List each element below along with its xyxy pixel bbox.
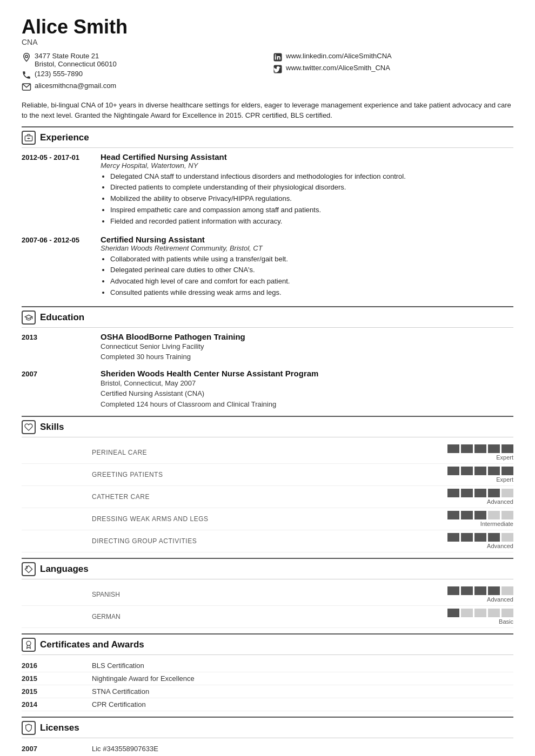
experience-bullet: Consulted patients while dressing weak a… — [110, 287, 513, 299]
skill-bar — [474, 467, 486, 475]
phone-icon — [22, 70, 31, 80]
experience-bullets: Collaborated with patients while using a… — [101, 254, 513, 299]
contact-grid: 3477 State Route 21 Bristol, Connecticut… — [22, 52, 513, 93]
education-title: OSHA BloodBorne Pathogen Training — [101, 332, 513, 341]
address-item: 3477 State Route 21 Bristol, Connecticut… — [22, 52, 262, 68]
education-section-header: Education — [22, 306, 513, 328]
skill-bar — [488, 489, 500, 497]
experience-bullet: Directed patients to complete understand… — [110, 182, 513, 193]
certificate-year: 2015 — [22, 674, 92, 683]
skill-bar — [474, 444, 486, 453]
certificates-section-title: Certificates and Awards — [40, 639, 144, 650]
license-name: Lic #343558907633E — [92, 745, 513, 753]
certificate-entry: 2014 CPR Certification — [22, 698, 513, 711]
experience-section-title: Experience — [40, 132, 89, 143]
education-line: Connecticut Senior Living Facility — [101, 341, 513, 352]
phone-item: (123) 555-7890 — [22, 70, 262, 80]
skill-bar — [447, 489, 459, 497]
experience-bullet: Collaborated with patients while using a… — [110, 254, 513, 265]
skill-entry: PERINEAL CARE Expert — [22, 442, 513, 464]
licenses-icon — [22, 721, 36, 735]
skill-bar — [447, 444, 459, 453]
skill-bars — [447, 533, 513, 542]
skill-bar — [474, 489, 486, 497]
skill-bar — [447, 533, 459, 542]
experience-bullet: Mobilized the ability to observe Privacy… — [110, 193, 513, 205]
education-year: 2013 — [22, 332, 92, 362]
education-list: 2013 OSHA BloodBorne Pathogen Training C… — [22, 332, 513, 410]
certificate-entry: 2015 STNA Certification — [22, 685, 513, 698]
skill-right: Expert — [447, 444, 513, 461]
linkedin-item: www.linkedin.com/AliceSmithCNA — [273, 52, 513, 62]
licenses-section-title: Licenses — [40, 723, 79, 733]
licenses-section-header: Licenses — [22, 717, 513, 738]
skill-right: Intermediate — [447, 511, 513, 527]
experience-bullet: Advocated high level of care and comfort… — [110, 276, 513, 287]
certificate-entry: 2015 Nightingale Award for Excellence — [22, 672, 513, 685]
certificate-name: CPR Certification — [92, 700, 513, 708]
license-year: 2007 — [22, 745, 92, 753]
skill-level: Expert — [496, 476, 513, 483]
candidate-name: Alice Smith — [22, 16, 513, 38]
skill-bars — [447, 489, 513, 497]
svg-rect-3 — [275, 56, 276, 59]
language-name: GERMAN — [92, 613, 121, 620]
address-line2: Bristol, Connecticut 06010 — [35, 60, 117, 68]
skill-entry: GREETING PATIENTS Expert — [22, 464, 513, 486]
certificate-name: Nightingale Award for Excellence — [92, 674, 513, 683]
skill-name: GREETING PATIENTS — [92, 471, 163, 478]
skill-bar — [447, 467, 459, 475]
skill-entry: DIRECTING GROUP ACTIVITIES Advanced — [22, 530, 513, 552]
lang-bar — [488, 609, 500, 617]
certificate-year: 2015 — [22, 687, 92, 696]
education-line: Completed 124 hours of Classroom and Cli… — [101, 399, 513, 410]
experience-content: Head Certified Nursing Assistant Mercy H… — [101, 152, 513, 227]
phone-text: (123) 555-7890 — [35, 70, 83, 78]
skill-bar — [488, 444, 500, 453]
certificate-name: BLS Certification — [92, 662, 513, 670]
skill-level: Expert — [496, 454, 513, 461]
education-section-title: Education — [40, 312, 84, 323]
lang-bar — [447, 609, 459, 617]
skills-icon — [22, 420, 36, 434]
skill-bar — [461, 467, 473, 475]
skill-level: Advanced — [487, 543, 513, 549]
summary-text: Reliable, bi-lingual CNA of 10+ years in… — [22, 100, 513, 121]
lang-bar — [461, 609, 473, 617]
languages-section-header: Languages — [22, 558, 513, 579]
skill-bar — [488, 533, 500, 542]
experience-company: Mercy Hospital, Watertown, NY — [101, 161, 513, 170]
language-right: Advanced — [447, 586, 513, 603]
education-content: OSHA BloodBorne Pathogen Training Connec… — [101, 332, 513, 362]
address-line1: 3477 State Route 21 — [35, 52, 117, 60]
email-text: alicesmithcna@gmail.com — [35, 82, 116, 90]
education-year: 2007 — [22, 369, 92, 410]
skill-bar — [461, 444, 473, 453]
experience-list: 2012-05 - 2017-01 Head Certified Nursing… — [22, 152, 513, 299]
experience-bullet: Delegated perineal care duties to other … — [110, 265, 513, 276]
linkedin-text: www.linkedin.com/AliceSmithCNA — [286, 52, 392, 60]
education-content: Sheriden Woods Health Center Nurse Assis… — [101, 369, 513, 410]
certificate-year: 2014 — [22, 700, 92, 708]
lang-bar — [501, 609, 513, 617]
lang-bar — [488, 586, 500, 595]
skill-name: DIRECTING GROUP ACTIVITIES — [92, 537, 197, 545]
certificate-entry: 2016 BLS Certification — [22, 659, 513, 672]
languages-section-title: Languages — [40, 564, 89, 575]
skills-list: PERINEAL CARE Expert GREETING PATIENTS E… — [22, 442, 513, 552]
candidate-title: CNA — [22, 38, 513, 46]
skill-bar — [447, 511, 459, 519]
experience-bullet: Delegated CNA staff to understand infect… — [110, 171, 513, 183]
education-entry: 2013 OSHA BloodBorne Pathogen Training C… — [22, 332, 513, 362]
skill-bar — [501, 511, 513, 519]
certificate-year: 2016 — [22, 662, 92, 670]
skill-bar — [461, 511, 473, 519]
skill-bar — [474, 533, 486, 542]
experience-content: Certified Nursing Assistant Sheridan Woo… — [101, 235, 513, 299]
language-bars — [447, 586, 513, 595]
skills-section-title: Skills — [40, 422, 64, 433]
lang-bar — [461, 586, 473, 595]
experience-date: 2007-06 - 2012-05 — [22, 235, 92, 299]
education-title: Sheriden Woods Health Center Nurse Assis… — [101, 369, 513, 378]
skill-bar — [461, 533, 473, 542]
